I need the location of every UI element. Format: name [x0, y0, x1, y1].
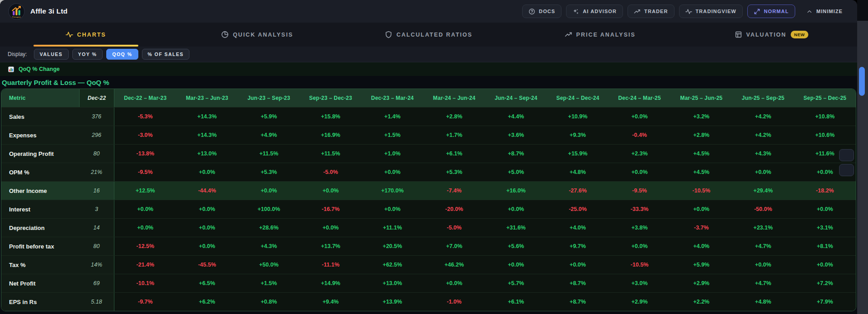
period-column-header: Jun-23 – Sep-23	[238, 89, 300, 107]
side-control-button-top[interactable]	[839, 149, 854, 161]
table-row[interactable]: Operating Profit80-13.8%+13.0%+11.5%+11.…	[1, 144, 856, 163]
metric-cell: Tax %	[1, 256, 79, 274]
display-yoy-button[interactable]: YOY %	[72, 49, 103, 60]
table-row[interactable]: Expenses296-3.0%+14.3%+4.9%+16.9%+1.5%+1…	[1, 126, 856, 144]
change-cell: +6.1%	[485, 293, 547, 311]
change-cell: +9.4%	[300, 293, 362, 311]
top-bar: Finnagine Affle 3i Ltd DOCSAI ADVISORTRA…	[0, 0, 857, 23]
minimize-button[interactable]: MINIMIZE	[800, 5, 849, 18]
change-cell: +0.0%	[485, 256, 547, 274]
expand-icon	[754, 8, 760, 15]
display-pct-of-sales-button[interactable]: % OF SALES	[142, 49, 190, 60]
change-cell: +7.2%	[794, 274, 856, 292]
change-cell: -10.1%	[114, 274, 176, 292]
change-cell: +20.5%	[362, 237, 424, 255]
table-row[interactable]: Other Income16+12.5%-44.4%+0.0%+0.0%+170…	[1, 181, 856, 200]
ai-advisor-button[interactable]: AI ADVISOR	[566, 5, 623, 18]
change-cell: +2.2%	[670, 293, 732, 311]
change-cell: -9.5%	[609, 182, 670, 200]
tab-charts-label: CHARTS	[77, 32, 106, 38]
change-cell: +5.7%	[485, 274, 547, 292]
period-column-header: Jun-24 – Sep-24	[485, 89, 547, 107]
change-cell: -13.8%	[114, 145, 176, 163]
table-row[interactable]: Sales376-5.3%+14.3%+5.9%+15.8%+1.4%+2.8%…	[1, 107, 856, 126]
metric-cell: OPM %	[1, 163, 79, 181]
table-row[interactable]: EPS in Rs5.18-9.7%+6.2%+0.8%+9.4%+13.9%-…	[1, 292, 856, 311]
change-cell: +0.0%	[238, 182, 300, 200]
change-cell: +1.7%	[423, 126, 485, 144]
change-cell: +0.0%	[732, 256, 794, 274]
table-row[interactable]: Profit before tax80-12.5%+0.0%+4.3%+13.7…	[1, 237, 856, 255]
sparkles-icon	[572, 8, 579, 15]
change-cell: +9.3%	[547, 126, 609, 144]
side-control-button-bottom[interactable]	[839, 164, 854, 176]
change-cell: +0.0%	[114, 219, 176, 237]
minimize-button-label: MINIMIZE	[816, 9, 843, 14]
change-cell: +0.0%	[609, 237, 670, 255]
change-cell: -10.5%	[670, 182, 732, 200]
change-cell: +15.9%	[547, 145, 609, 163]
change-cell: +2.8%	[423, 108, 485, 126]
change-cell: +23.1%	[732, 219, 794, 237]
base-value-cell: 14	[79, 219, 114, 237]
metric-cell: Profit before tax	[1, 237, 79, 255]
vertical-scrollbar-track[interactable]	[857, 0, 868, 314]
change-cell: -45.5%	[176, 256, 238, 274]
change-cell: +5.9%	[670, 256, 732, 274]
base-value-cell: 5.18	[79, 293, 114, 311]
bar-chart-icon	[8, 66, 14, 73]
change-cell: +1.5%	[362, 126, 424, 144]
change-cell: +12.5%	[114, 182, 176, 200]
change-cell: +3.1%	[794, 219, 856, 237]
tab-price-analysis[interactable]: PRICE ANALYSIS	[514, 23, 686, 47]
change-cell: +11.5%	[300, 145, 362, 163]
tab-price-analysis-label: PRICE ANALYSIS	[576, 32, 636, 38]
change-cell: +4.9%	[238, 126, 300, 144]
table-row[interactable]: OPM %21%-9.5%+0.0%+5.3%-5.0%+0.0%+5.3%+5…	[1, 163, 856, 181]
change-cell: +0.0%	[485, 200, 547, 218]
base-value-cell: 14%	[79, 256, 114, 274]
display-label: Display:	[8, 51, 27, 57]
trader-button[interactable]: TRADER	[627, 5, 674, 18]
table-row[interactable]: Tax %14%-21.4%-45.5%+50.0%-11.1%+62.5%+4…	[1, 255, 856, 274]
change-cell: +4.2%	[732, 126, 794, 144]
table-row[interactable]: Net Profit69-10.1%+6.5%+1.5%+14.9%+13.0%…	[1, 274, 856, 292]
tradingview-button[interactable]: TRADINGVIEW	[679, 5, 743, 18]
change-cell: +13.0%	[176, 145, 238, 163]
display-qoq-button[interactable]: QOQ %	[106, 49, 138, 60]
change-cell: +0.0%	[423, 274, 485, 292]
base-value-cell: 21%	[79, 163, 114, 181]
main-content: Quarterly Profit & Loss — QoQ % MetricDe…	[0, 76, 857, 314]
period-column-header: Sep-23 – Dec-23	[300, 89, 362, 107]
normal-mode-button[interactable]: NORMAL	[747, 5, 795, 18]
change-cell: +50.0%	[238, 256, 300, 274]
period-column-header: Mar-24 – Jun-24	[423, 89, 485, 107]
tab-calculated-ratios[interactable]: CALCULATED RATIOS	[343, 23, 514, 47]
tab-charts[interactable]: CHARTS	[0, 23, 171, 47]
tab-quick-analysis[interactable]: QUICK ANALYSIS	[171, 23, 343, 47]
change-cell: +2.9%	[609, 293, 670, 311]
base-value-cell: 16	[79, 182, 114, 200]
change-cell: +4.2%	[732, 108, 794, 126]
table-row[interactable]: Depreciation14+0.0%+0.0%+28.6%+0.0%+11.1…	[1, 218, 856, 237]
table-icon	[735, 31, 742, 38]
change-cell: +3.0%	[609, 274, 670, 292]
change-cell: +9.7%	[547, 237, 609, 255]
docs-button[interactable]: DOCS	[522, 5, 561, 18]
display-values-button[interactable]: VALUES	[34, 49, 69, 60]
pie-chart-icon	[221, 31, 229, 38]
trader-button-label: TRADER	[644, 9, 668, 14]
change-cell: +0.0%	[794, 256, 856, 274]
vertical-scrollbar-thumb[interactable]	[859, 67, 865, 96]
change-cell: +7.9%	[794, 293, 856, 311]
change-cell: +1.4%	[362, 108, 424, 126]
change-cell: +13.9%	[362, 293, 424, 311]
shield-icon	[385, 31, 392, 38]
change-cell: -0.4%	[609, 126, 670, 144]
period-column-header: Mar-25 – Jun-25	[670, 89, 732, 107]
change-cell: -11.1%	[300, 256, 362, 274]
tab-valuation[interactable]: VALUATIONNEW	[686, 23, 857, 47]
period-column-header: Sep-25 – Dec-25	[794, 89, 856, 107]
table-row[interactable]: Interest3+0.0%+0.0%+100.0%-16.7%+0.0%-20…	[1, 200, 856, 218]
change-cell: +16.0%	[485, 182, 547, 200]
